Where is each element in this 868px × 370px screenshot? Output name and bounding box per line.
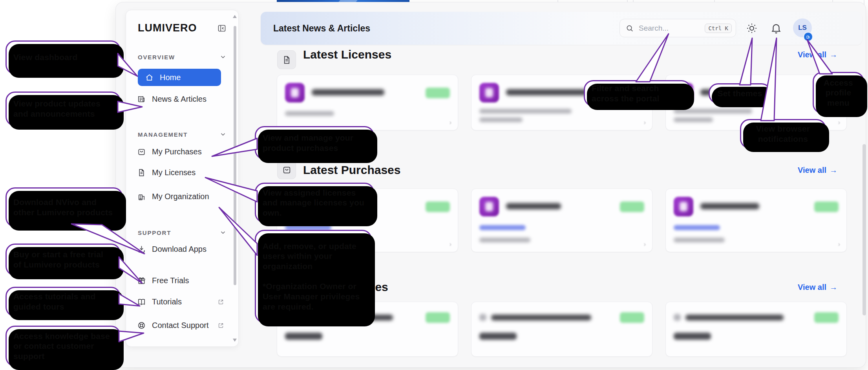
sidebar-item-free-trials[interactable]: Free Trials	[137, 276, 230, 286]
book-open-icon	[137, 297, 146, 306]
sidebar-item-label: News & Articles	[152, 94, 206, 104]
search-icon	[625, 24, 634, 33]
callout-view-dashboard: View dashboard	[5, 40, 121, 74]
building-icon	[137, 192, 146, 201]
sidebar-scroll-down[interactable]	[233, 339, 237, 342]
sidebar-section-management[interactable]: MANAGEMENT	[138, 131, 227, 138]
callout-themes: Set themes	[709, 83, 771, 104]
page-title: Latest News & Articles	[273, 12, 370, 45]
search-shortcut-badge: Ctrl K	[705, 24, 732, 33]
callout-text: Buy or start a free trial of Lumivero pr…	[13, 249, 113, 269]
sidebar-item-download-apps[interactable]: Download Apps	[137, 244, 230, 254]
product-logo	[479, 83, 499, 103]
callout-profile-menu: Access profile menu	[813, 72, 864, 114]
callout-text: Add, remove, or update users within your…	[263, 241, 364, 311]
sidebar-scroll-up[interactable]	[233, 15, 237, 18]
invoice-card[interactable]	[665, 302, 847, 357]
section-label: SUPPORT	[138, 229, 171, 236]
callout-search: Filter and search across the portal	[584, 80, 691, 106]
bell-icon	[770, 22, 782, 34]
card-chevron-icon: ›	[838, 119, 840, 126]
sidebar-scrollbar[interactable]	[234, 26, 236, 285]
invoice-card[interactable]	[471, 302, 652, 357]
product-logo	[479, 197, 499, 216]
download-icon	[137, 245, 146, 254]
external-link-icon	[217, 299, 224, 305]
sidebar-item-label: Contact Support	[152, 321, 209, 330]
screenshot-canvas: { "colors": { "callout_purple": "#6f2da8…	[0, 0, 868, 370]
search-input[interactable]: Search... Ctrl K	[619, 19, 736, 37]
purchase-card[interactable]: ›	[471, 189, 652, 252]
product-logo	[285, 83, 305, 103]
card-chevron-icon: ›	[644, 241, 646, 248]
licenses-section-icon	[277, 50, 296, 69]
callout-text: View assigned licenses and manage licens…	[263, 188, 366, 218]
callout-news-articles: View product updates and announcements	[5, 92, 121, 126]
product-logo	[674, 197, 693, 216]
sidebar-item-label: My Licenses	[152, 168, 196, 178]
sidebar-item-label: Home	[160, 73, 181, 82]
sidebar-item-my-organization[interactable]: My Organization	[137, 192, 230, 201]
callout-text: Set themes	[717, 88, 762, 99]
sidebar-item-my-licenses[interactable]: My Licenses	[137, 168, 230, 178]
callout-text: Filter and search across the portal	[592, 83, 683, 103]
callout-download-apps: Download NVivo and other Lumivero produc…	[5, 187, 123, 227]
chevron-down-icon	[219, 53, 227, 60]
shopping-bag-icon	[137, 147, 146, 156]
view-all-label: View all	[798, 283, 826, 292]
page-scrollbar[interactable]	[863, 144, 866, 315]
sidebar-item-contact-support[interactable]: Contact Support	[137, 321, 230, 330]
arrow-right-icon: →	[830, 166, 837, 175]
lifebuoy-icon	[137, 321, 146, 330]
home-icon	[145, 73, 154, 82]
sidebar-item-my-purchases[interactable]: My Purchases	[137, 147, 230, 157]
callout-tutorials: Access tutorials and guided tours	[5, 287, 121, 317]
sidebar-item-home[interactable]: Home	[138, 69, 221, 86]
sidebar-section-support[interactable]: SUPPORT	[138, 229, 227, 236]
sidebar-item-label: My Organization	[152, 192, 209, 201]
gift-icon	[137, 276, 146, 285]
callout-text: View product updates and announcements	[13, 99, 113, 119]
sidebar: LUMIVERO OVERVIEW Home News & Articles M…	[126, 10, 239, 347]
callout-my-purchases: View and manage your product purchases	[255, 126, 374, 159]
sidebar-section-overview[interactable]: OVERVIEW	[138, 53, 227, 60]
theme-toggle-button[interactable]	[746, 22, 758, 34]
view-all-licenses-link[interactable]: View all →	[798, 50, 837, 59]
view-all-label: View all	[798, 166, 826, 175]
card-chevron-icon: ›	[644, 119, 646, 126]
callout-text: View dashboard	[13, 52, 77, 62]
view-all-purchases-link[interactable]: View all →	[798, 166, 837, 175]
chevron-down-icon	[219, 131, 227, 138]
sidebar-collapse-icon[interactable]	[217, 24, 227, 33]
section-title-licenses: Latest Licenses	[303, 48, 391, 61]
sidebar-item-label: Download Apps	[152, 244, 206, 254]
sun-icon	[746, 22, 758, 34]
view-all-invoices-link[interactable]: View all →	[798, 283, 837, 292]
sidebar-item-news-articles[interactable]: News & Articles	[137, 94, 230, 104]
section-title-purchases: Latest Purchases	[303, 163, 400, 177]
sidebar-item-label: Tutorials	[152, 297, 182, 307]
card-chevron-icon: ›	[450, 241, 451, 248]
sidebar-item-label: My Purchases	[152, 147, 202, 157]
purchases-section-icon	[277, 160, 296, 179]
callout-text: Access profile menu	[820, 78, 856, 108]
notifications-button[interactable]	[770, 22, 782, 34]
callout-my-licenses: View assigned licenses and manage licens…	[255, 183, 374, 223]
callout-notifications: View browser notifications	[740, 119, 826, 148]
sidebar-item-tutorials[interactable]: Tutorials	[137, 297, 230, 307]
profile-menu-button[interactable]: LS	[793, 18, 812, 37]
shopping-bag-icon	[282, 165, 292, 175]
callout-text: Access tutorials and guided tours	[13, 291, 113, 311]
organization-badge-icon	[803, 32, 813, 42]
purchase-card[interactable]: ›	[665, 189, 847, 252]
callout-free-trials: Buy or start a free trial of Lumivero pr…	[5, 244, 121, 276]
chevron-down-icon	[219, 229, 227, 236]
lumivero-logo: LUMIVERO	[138, 22, 197, 34]
section-label: MANAGEMENT	[138, 131, 188, 138]
card-chevron-icon: ›	[450, 119, 451, 126]
license-card[interactable]: ›	[277, 75, 458, 130]
avatar-initials: LS	[798, 24, 807, 32]
document-icon	[137, 168, 146, 177]
callout-text: View and manage your product purchases	[263, 133, 366, 153]
callout-contact-support: Access knowledge base or contact custome…	[5, 326, 121, 366]
